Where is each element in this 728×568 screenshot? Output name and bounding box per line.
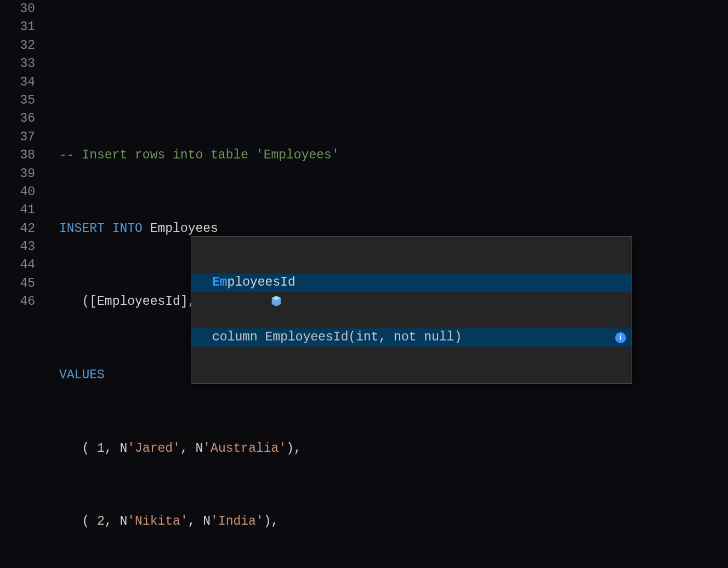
paren-close: ), bbox=[286, 441, 302, 456]
table-name: Employees bbox=[150, 221, 218, 236]
number-literal: 1 bbox=[97, 441, 105, 456]
comment-text: -- Insert rows into table 'Employees' bbox=[59, 148, 339, 162]
string-literal: 'Nikita' bbox=[127, 514, 187, 529]
bracket-close: ] bbox=[180, 294, 188, 309]
line-number: 38 bbox=[0, 146, 35, 164]
suggestion-item[interactable]: EmployeesId bbox=[191, 274, 632, 292]
line-number: 46 bbox=[0, 293, 35, 311]
line-number: 45 bbox=[0, 275, 35, 293]
keyword-insert: INSERT bbox=[59, 221, 105, 236]
string-literal: 'Australia' bbox=[203, 441, 286, 456]
code-line[interactable]: ( 1, N'Jared', N'Australia'), bbox=[47, 440, 728, 458]
line-number: 41 bbox=[0, 201, 35, 219]
space bbox=[143, 221, 150, 236]
comma: , bbox=[105, 441, 120, 456]
string-literal: 'India' bbox=[211, 514, 264, 529]
n-prefix: N bbox=[203, 514, 211, 529]
column-name: EmployeesId bbox=[97, 294, 180, 309]
intellisense-popup[interactable]: EmployeesId column EmployeesId(int, not … bbox=[191, 236, 632, 384]
paren-close: ), bbox=[264, 514, 279, 529]
keyword-values: VALUES bbox=[59, 368, 105, 382]
code-line[interactable] bbox=[47, 73, 728, 92]
suggestion-detail[interactable]: column EmployeesId(int, not null) i bbox=[191, 328, 632, 347]
code-line[interactable]: ( 2, N'Nikita', N'India'), bbox=[47, 513, 728, 531]
comma: , bbox=[180, 441, 196, 456]
line-number: 42 bbox=[0, 220, 35, 238]
bracket-open: [ bbox=[89, 294, 97, 309]
indent bbox=[59, 514, 82, 529]
comma: , bbox=[188, 514, 203, 529]
code-line[interactable]: INSERT INTO Employees bbox=[47, 220, 728, 238]
line-number: 34 bbox=[0, 73, 35, 92]
code-line[interactable]: -- Insert rows into table 'Employees' bbox=[47, 146, 728, 164]
line-number: 35 bbox=[0, 92, 35, 110]
indent bbox=[59, 294, 82, 309]
comma: , bbox=[105, 514, 120, 529]
info-icon[interactable]: i bbox=[615, 332, 626, 343]
line-number: 43 bbox=[0, 238, 35, 256]
line-number: 31 bbox=[0, 18, 35, 36]
n-prefix: N bbox=[120, 514, 127, 529]
suggestion-rest: ployeesId bbox=[228, 275, 295, 289]
line-number: 32 bbox=[0, 37, 35, 55]
paren-open: ( bbox=[82, 294, 89, 309]
paren-open: ( bbox=[82, 441, 97, 456]
indent bbox=[59, 441, 82, 456]
line-number-gutter: 3031323334353637383940414243444546 bbox=[0, 0, 47, 568]
line-number: 44 bbox=[0, 256, 35, 274]
suggestion-match: Em bbox=[212, 275, 228, 289]
suggestion-label: EmployeesId bbox=[212, 274, 626, 292]
code-area[interactable]: -- Insert rows into table 'Employees' IN… bbox=[47, 0, 728, 568]
code-editor[interactable]: 3031323334353637383940414243444546 -- In… bbox=[0, 0, 728, 568]
n-prefix: N bbox=[196, 441, 203, 456]
n-prefix: N bbox=[120, 441, 127, 456]
line-number: 33 bbox=[0, 55, 35, 73]
string-literal: 'Jared' bbox=[127, 441, 180, 456]
paren-open: ( bbox=[82, 514, 97, 529]
line-number: 39 bbox=[0, 165, 35, 183]
field-icon bbox=[195, 277, 207, 289]
number-literal: 2 bbox=[97, 514, 105, 529]
line-number: 40 bbox=[0, 183, 35, 201]
line-number: 37 bbox=[0, 128, 35, 146]
space bbox=[105, 221, 112, 236]
keyword-into: INTO bbox=[112, 221, 143, 236]
line-number: 30 bbox=[0, 0, 35, 18]
line-number: 36 bbox=[0, 110, 35, 128]
suggestion-detail-text: column EmployeesId(int, not null) bbox=[212, 328, 462, 347]
